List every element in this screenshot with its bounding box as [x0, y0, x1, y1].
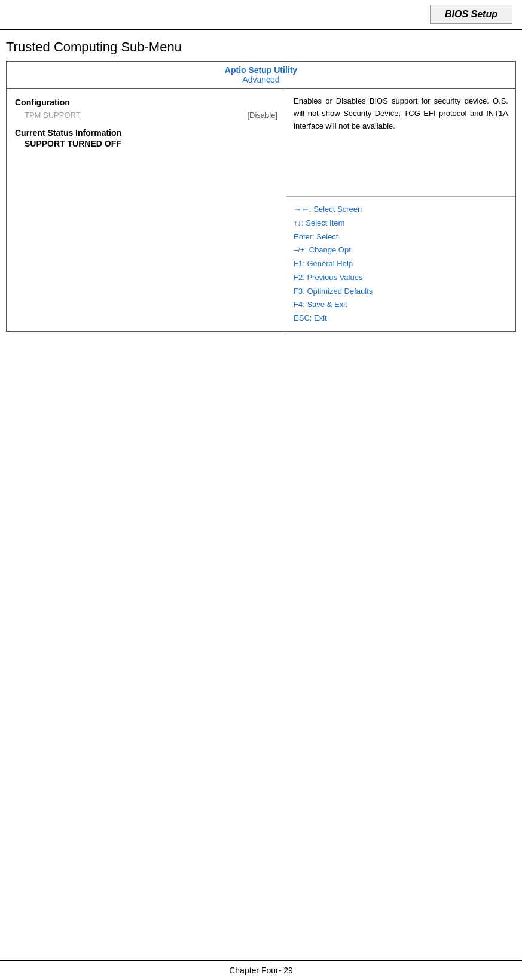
- footer-label: Chapter Four- 29: [229, 966, 293, 975]
- bios-table-body: Configuration TPM SUPPORT [Disable] Curr…: [7, 89, 515, 331]
- key-esc-exit: ESC: Exit: [294, 312, 508, 325]
- key-change-opt: –/+: Change Opt.: [294, 244, 508, 257]
- aptio-title: Aptio Setup Utility: [10, 65, 512, 75]
- help-content: Enables or Disables BIOS support for sec…: [294, 96, 508, 130]
- left-panel: Configuration TPM SUPPORT [Disable] Curr…: [7, 89, 286, 331]
- key-f4-save: F4: Save & Exit: [294, 298, 508, 312]
- footer: Chapter Four- 29: [0, 960, 522, 980]
- key-f2-prev: F2: Previous Values: [294, 271, 508, 285]
- right-help-text: Enables or Disables BIOS support for sec…: [286, 89, 515, 197]
- support-turned-off: SUPPORT TURNED OFF: [15, 139, 277, 148]
- key-f3-defaults: F3: Optimized Defaults: [294, 285, 508, 299]
- tpm-support-value: [Disable]: [247, 111, 277, 120]
- header: BIOS Setup: [0, 0, 522, 30]
- current-status-label: Current Status Information: [15, 128, 277, 138]
- page-container: BIOS Setup Trusted Computing Sub-Menu Ap…: [0, 0, 522, 980]
- key-select-item: ↑↓: Select Item: [294, 217, 508, 230]
- page-title: Trusted Computing Sub-Menu: [0, 30, 522, 61]
- configuration-label: Configuration: [15, 98, 277, 107]
- advanced-label: Advanced: [10, 75, 512, 84]
- tpm-row: TPM SUPPORT [Disable]: [15, 109, 277, 121]
- header-title: BIOS Setup: [445, 9, 497, 19]
- tpm-support-label: TPM SUPPORT: [25, 111, 81, 120]
- key-f1-help: F1: General Help: [294, 257, 508, 271]
- header-title-box: BIOS Setup: [430, 5, 512, 24]
- bios-table-header: Aptio Setup Utility Advanced: [7, 62, 515, 89]
- right-keys: →←: Select Screen ↑↓: Select Item Enter:…: [286, 197, 515, 331]
- key-enter-select: Enter: Select: [294, 230, 508, 244]
- bios-table: Aptio Setup Utility Advanced Configurati…: [6, 61, 516, 332]
- key-select-screen: →←: Select Screen: [294, 203, 508, 217]
- right-panel: Enables or Disables BIOS support for sec…: [286, 89, 515, 331]
